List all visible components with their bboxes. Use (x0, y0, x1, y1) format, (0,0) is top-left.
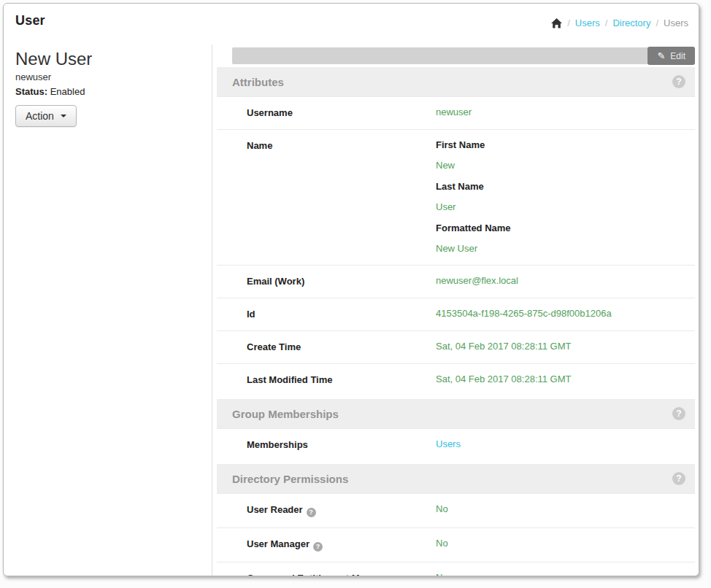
subfield-value: User (436, 201, 511, 213)
page-frame: User / Users / Directory / Users New Use… (3, 3, 699, 576)
edit-toolbar: ✎ Edit (232, 47, 695, 64)
breadcrumb-current: Users (664, 18, 688, 28)
subfield-label: Formatted Name (436, 223, 511, 234)
permission-label: User Manager (247, 538, 310, 549)
row-label: Memberships (217, 438, 436, 451)
attribute-row-create-time: Create Time Sat, 04 Feb 2017 08:28:11 GM… (217, 330, 695, 363)
edit-button-label: Edit (670, 51, 685, 61)
permission-label: Group and Entitlement Manager (247, 573, 391, 576)
attribute-row-id: Id 4153504a-f198-4265-875c-d98f00b1206a (217, 298, 695, 330)
row-value: No (436, 572, 448, 576)
subfield-value: New User (436, 243, 511, 255)
permission-row-group-entitlement-manager: Group and Entitlement Manager? No (217, 562, 695, 576)
row-value: No (436, 503, 448, 517)
row-label: Group and Entitlement Manager? (217, 572, 436, 576)
row-label: Username (217, 107, 436, 119)
section-directory-permissions: Directory Permissions ? User Reader? No … (217, 464, 695, 576)
subfield-value: New (436, 160, 511, 171)
action-button-label: Action (26, 110, 54, 122)
row-label: Email (Work) (217, 275, 436, 287)
row-label: Last Modified Time (217, 374, 436, 386)
pencil-icon: ✎ (657, 51, 665, 61)
help-icon[interactable]: ? (672, 75, 685, 88)
sidebar: New User newuser Status: Enabled Action (4, 45, 212, 576)
row-label: User Reader? (217, 503, 436, 517)
row-value: 4153504a-f198-4265-875c-d98f00b1206a (436, 308, 612, 320)
breadcrumb-link-users[interactable]: Users (575, 18, 600, 28)
help-icon[interactable]: ? (672, 472, 685, 485)
membership-row: Memberships Users (217, 428, 695, 461)
breadcrumb-separator: / (567, 18, 570, 28)
help-icon[interactable]: ? (313, 542, 323, 552)
attribute-row-username: Username newuser (217, 96, 695, 129)
attribute-row-email: Email (Work) newuser@flex.local (217, 265, 695, 298)
caret-down-icon (61, 115, 66, 117)
name-subfields: First Name New Last Name User Formatted … (436, 139, 511, 255)
row-value: newuser@flex.local (436, 275, 518, 287)
home-icon[interactable] (551, 18, 562, 28)
user-status: Status: Enabled (15, 86, 203, 97)
subfield-label: First Name (436, 139, 511, 151)
breadcrumb-separator: / (605, 18, 608, 28)
main-panel: ✎ Edit Attributes ? Username newuser Nam… (212, 45, 699, 576)
permission-row-user-reader: User Reader? No (217, 493, 695, 527)
row-label: Create Time (217, 341, 436, 353)
permission-label: User Reader (247, 504, 303, 515)
directory-permissions-section-header: Directory Permissions ? (217, 464, 695, 493)
attributes-section-header: Attributes ? (217, 67, 695, 96)
content-area: New User newuser Status: Enabled Action … (4, 45, 699, 576)
edit-button[interactable]: ✎ Edit (647, 47, 695, 65)
row-value: newuser (436, 107, 472, 119)
group-memberships-section-title: Group Memberships (232, 408, 339, 420)
row-label: User Manager? (217, 538, 436, 552)
help-icon[interactable]: ? (307, 508, 316, 517)
attributes-section-title: Attributes (232, 76, 284, 88)
help-icon[interactable]: ? (672, 407, 685, 420)
status-label: Status: (15, 86, 47, 97)
user-display-name: New User (15, 49, 203, 69)
permission-row-user-manager: User Manager? No (217, 527, 695, 562)
section-attributes: Attributes ? Username newuser Name First… (217, 67, 695, 396)
attribute-row-name: Name First Name New Last Name User Forma… (217, 129, 695, 265)
row-label: Id (217, 308, 436, 320)
row-label: Name (217, 139, 436, 255)
page-title: User (15, 13, 45, 28)
row-value: Sat, 04 Feb 2017 08:28:11 GMT (436, 341, 572, 353)
group-memberships-section-header: Group Memberships ? (217, 399, 695, 428)
user-login-name: newuser (15, 71, 203, 82)
breadcrumb-separator: / (656, 18, 658, 28)
section-group-memberships: Group Memberships ? Memberships Users (217, 399, 695, 461)
subfield-label: Last Name (436, 181, 511, 193)
row-value: Sat, 04 Feb 2017 08:28:11 GMT (436, 374, 572, 386)
action-dropdown-button[interactable]: Action (15, 105, 77, 127)
attribute-row-last-modified-time: Last Modified Time Sat, 04 Feb 2017 08:2… (217, 363, 695, 396)
status-value: Enabled (50, 86, 85, 97)
breadcrumb: / Users / Directory / Users (551, 13, 688, 28)
row-value: No (436, 538, 448, 552)
breadcrumb-link-directory[interactable]: Directory (612, 18, 650, 28)
directory-permissions-section-title: Directory Permissions (232, 473, 348, 485)
top-bar: User / Users / Directory / Users (4, 4, 699, 45)
membership-users-link[interactable]: Users (436, 438, 461, 449)
